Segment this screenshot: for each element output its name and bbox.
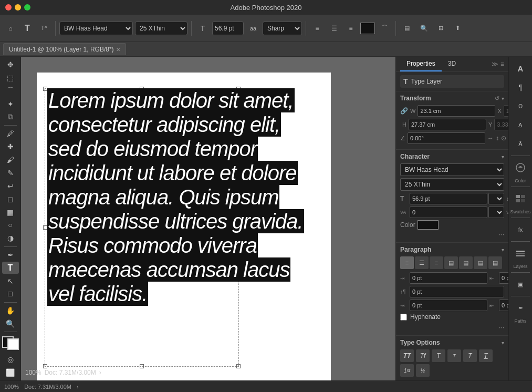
char-tracking-unit[interactable]: ▾ (488, 207, 504, 218)
eraser-tool[interactable]: ◻ (2, 193, 19, 205)
transform-reset-icon[interactable]: ↺ (495, 95, 499, 102)
glyphs-icon[interactable]: Ω (511, 98, 530, 115)
para-space-before-input[interactable] (410, 286, 504, 297)
antialiasing-select[interactable]: Sharp (263, 22, 302, 35)
panel-menu-icon[interactable]: ≡ (500, 60, 504, 68)
paragraph-icon[interactable]: ¶ (511, 79, 530, 96)
align-right-icon[interactable]: ≡ (343, 21, 358, 36)
justify-center-btn[interactable]: ▤ (459, 256, 473, 269)
width-input[interactable] (418, 105, 495, 117)
panels-icon[interactable]: ▤ (400, 21, 414, 36)
handle-bot-left[interactable] (43, 364, 47, 368)
close-button[interactable] (5, 4, 12, 11)
arrange-icon[interactable]: ⊞ (433, 21, 448, 36)
font-style-select[interactable]: 25 XThin (135, 22, 187, 35)
healing-tool[interactable]: ✚ (2, 141, 19, 153)
quick-mask-icon[interactable]: ◎ (2, 353, 19, 365)
para-more-button[interactable]: ··· (400, 323, 504, 332)
type-st-btn[interactable]: T (432, 349, 445, 362)
status-more[interactable]: › (77, 384, 79, 390)
para-indent-left-input[interactable] (410, 272, 487, 284)
type-under-btn[interactable]: T (479, 349, 493, 362)
styles-icon[interactable]: fx (511, 221, 530, 238)
y-input[interactable] (494, 119, 508, 130)
flip-h-icon[interactable]: ↔ (487, 135, 494, 142)
height-input[interactable] (409, 119, 486, 130)
para-margin-left-input[interactable] (410, 300, 487, 311)
typography-icon[interactable]: A (511, 60, 530, 77)
color-boxes[interactable] (2, 336, 19, 350)
char-tracking-input[interactable] (410, 207, 487, 218)
pen-tool[interactable]: ✒ (2, 249, 19, 261)
align-center-btn[interactable]: ☰ (415, 256, 429, 269)
flip-v-icon[interactable]: ↕ (496, 135, 499, 142)
transform-collapse[interactable]: ▾ (502, 96, 504, 101)
dodge-tool[interactable]: ◑ (2, 232, 19, 244)
eyedropper-tool[interactable]: 🖉 (2, 128, 19, 140)
brush-tool[interactable]: 🖌 (2, 154, 19, 166)
link-icon[interactable]: 🔗 (400, 106, 408, 116)
path-select-tool[interactable]: ↖ (2, 275, 19, 287)
zoom-tool[interactable]: 🔍 (2, 317, 19, 329)
tab-properties[interactable]: Properties (400, 57, 442, 71)
screen-mode-icon[interactable]: ⬜ (2, 366, 19, 378)
history-tool[interactable]: ↩ (2, 180, 19, 192)
type-options-collapse[interactable]: ▾ (502, 340, 504, 346)
character-header[interactable]: Character ▾ (400, 153, 504, 160)
tab-close-icon[interactable]: ✕ (116, 47, 120, 53)
handle-bot-right[interactable] (236, 364, 241, 368)
type-num-btn[interactable]: 1st (400, 364, 414, 377)
x-input[interactable] (504, 105, 508, 117)
align-right-btn[interactable]: ≡ (430, 256, 443, 269)
justify-all-btn[interactable]: ▤ (488, 256, 502, 269)
char-size-unit[interactable]: ▾ (488, 193, 504, 204)
gradient-tool[interactable]: ▦ (2, 206, 19, 218)
handle-bot-mid[interactable] (140, 364, 144, 368)
aa-icon[interactable]: aa (246, 21, 260, 36)
paragraph-header[interactable]: Paragraph ▾ (400, 246, 504, 253)
more-indicator[interactable]: › (99, 369, 101, 376)
type-super-btn[interactable]: T (463, 349, 477, 362)
search-icon[interactable]: 🔍 (416, 21, 431, 36)
home-icon[interactable]: ⌂ (3, 21, 18, 36)
justify-right-btn[interactable]: ▤ (474, 256, 487, 269)
channels-icon[interactable]: ▣ (511, 276, 530, 293)
move-tool[interactable]: ✥ (2, 59, 19, 71)
char-font-family-select[interactable]: BW Haas Head (400, 163, 504, 176)
justify-btn[interactable]: ▤ (444, 256, 458, 269)
type-tool[interactable]: T (2, 262, 19, 274)
align-left-btn[interactable]: ≡ (400, 256, 414, 269)
type-frac-btn[interactable]: ½ (416, 364, 430, 377)
align-center-icon[interactable]: ☰ (327, 21, 341, 36)
type-options-icon[interactable]: Tᴬ (37, 21, 51, 36)
transform-header[interactable]: Transform ↺ ▾ (400, 95, 504, 102)
paragraph-collapse[interactable]: ▾ (502, 247, 504, 253)
char-size-input[interactable] (410, 193, 487, 204)
blur-tool[interactable]: ○ (2, 219, 19, 231)
document-tab[interactable]: Untitled-1 @ 100% (Layer 1, RGB/8*) ✕ (3, 43, 126, 55)
crop-tool[interactable]: ⧉ (2, 111, 19, 123)
background-color[interactable] (7, 338, 19, 350)
type-sub-btn[interactable]: T (447, 349, 461, 362)
marquee-tool[interactable]: ⬚ (2, 72, 19, 84)
para-margin-right-input[interactable] (499, 300, 508, 311)
swatches-icon[interactable] (511, 190, 530, 207)
warp-text-icon[interactable]: ⌒ (377, 21, 392, 36)
font-size-input[interactable] (212, 22, 244, 35)
char-more-button[interactable]: ··· (400, 230, 504, 239)
minimize-button[interactable] (15, 4, 21, 11)
export-icon[interactable]: ⬆ (450, 21, 465, 36)
hyphenate-checkbox[interactable] (400, 314, 407, 321)
para-indent-right-input[interactable] (499, 272, 508, 284)
type-icon[interactable]: T (20, 21, 35, 36)
char-font-style-select[interactable]: 25 XThin (400, 178, 504, 191)
angle-input[interactable] (408, 132, 485, 144)
text-color-swatch[interactable] (360, 23, 375, 34)
handle-mid-left[interactable] (43, 225, 47, 230)
text-content[interactable]: Lorem ipsum dolor sit amet, consectetur … (47, 88, 304, 306)
type-layer-button[interactable]: T Type Layer (400, 75, 504, 88)
hand-tool[interactable]: ✋ (2, 305, 19, 317)
paths-icon[interactable]: ✒ (511, 300, 530, 316)
type-options-header[interactable]: Type Options ▾ (400, 339, 504, 346)
color-icon[interactable] (511, 159, 530, 176)
